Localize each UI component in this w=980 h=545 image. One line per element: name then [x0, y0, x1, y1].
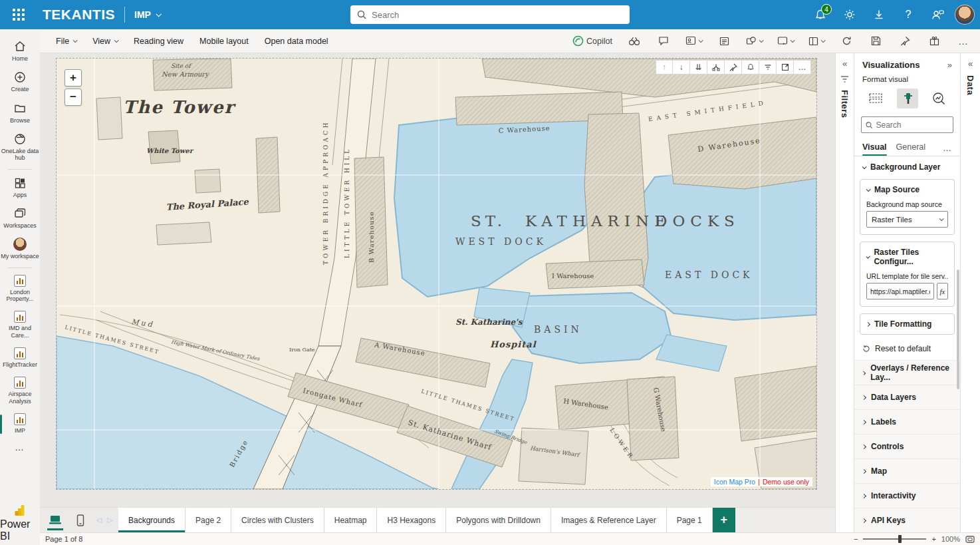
page-nav-back-button[interactable]: ◁	[96, 516, 102, 524]
more-options-button[interactable]: …	[953, 32, 973, 51]
text-box-button[interactable]	[714, 32, 734, 51]
focus-mode-button[interactable]	[777, 60, 794, 75]
comments-button[interactable]	[654, 32, 674, 51]
sidebar-more-button[interactable]: …	[15, 439, 25, 455]
section-controls[interactable]: Controls	[854, 434, 960, 458]
menu-open-data-model[interactable]: Open data model	[258, 33, 335, 50]
workspace-switcher[interactable]: IMP	[134, 9, 160, 20]
map-zoom-in-button[interactable]: +	[64, 69, 82, 87]
tab-visual[interactable]: Visual	[862, 140, 887, 156]
waffle-menu-button[interactable]	[4, 0, 33, 29]
pin-button[interactable]	[895, 32, 915, 51]
zoom-out-button[interactable]: −	[854, 535, 858, 543]
explore-button[interactable]	[624, 32, 644, 51]
build-visual-tab[interactable]	[865, 89, 886, 108]
expand-filters-button[interactable]: «	[842, 59, 847, 69]
card-map-source-header[interactable]: Map Source	[866, 185, 948, 194]
new-page-button[interactable]: +	[713, 508, 735, 532]
copilot-button[interactable]: Copilot	[570, 32, 615, 51]
sidebar-item-flighttracker[interactable]: FlightTracker	[0, 343, 40, 373]
page-tab-polygons-with-drilldown[interactable]: Polygons with Drilldown	[446, 508, 551, 532]
page-tab-h3-hexagons[interactable]: H3 Hexagons	[377, 508, 446, 532]
page-tab-images-reference-layer[interactable]: Images & Reference Layer	[551, 508, 667, 532]
refresh-button[interactable]	[836, 32, 856, 51]
page-tab-circles-with-clusters[interactable]: Circles with Clusters	[231, 508, 324, 532]
download-button[interactable]	[867, 3, 891, 27]
page-tab-page2[interactable]: Page 2	[185, 508, 231, 532]
alerts-button[interactable]	[742, 60, 759, 75]
user-avatar[interactable]	[955, 5, 975, 25]
sidebar-item-london-property[interactable]: London Property...	[0, 271, 40, 307]
map-zoom-out-button[interactable]: −	[64, 89, 82, 106]
background-map-source-dropdown[interactable]: Raster Tiles	[866, 211, 948, 228]
data-pane-collapsed[interactable]: « Data	[960, 53, 980, 532]
format-tabs-more-button[interactable]: …	[943, 143, 952, 153]
page-tab-backgrounds[interactable]: Backgrounds	[118, 508, 185, 532]
fx-conditional-format-button[interactable]: fx	[937, 283, 948, 299]
menu-mobile-layout[interactable]: Mobile layout	[193, 33, 255, 50]
sidebar-item-home[interactable]: Home	[0, 36, 40, 67]
fit-to-page-icon[interactable]	[965, 536, 975, 543]
shapes-dropdown[interactable]	[743, 32, 765, 51]
section-labels[interactable]: Labels	[854, 409, 960, 434]
sidebar-item-workspaces[interactable]: Workspaces	[0, 203, 40, 234]
card-raster-tiles-header[interactable]: Raster Tiles Configur...	[866, 248, 948, 266]
reset-to-default-button[interactable]: Reset to default	[854, 341, 960, 360]
drill-up-button[interactable]: ↑	[656, 60, 673, 75]
section-api-keys[interactable]: API Keys	[854, 508, 960, 532]
format-search-input[interactable]	[876, 120, 949, 130]
layout-dropdown[interactable]	[806, 32, 827, 51]
menu-file[interactable]: File	[49, 33, 83, 50]
visual-personalize-dropdown[interactable]	[683, 32, 705, 51]
format-visual-tab[interactable]	[897, 89, 918, 108]
drill-down-button[interactable]: ↓	[673, 60, 690, 75]
sidebar-item-create[interactable]: Create	[0, 67, 40, 97]
web-view-button[interactable]	[45, 510, 65, 530]
menu-reading-view[interactable]: Reading view	[127, 33, 190, 50]
sidebar-item-browse[interactable]: Browse	[0, 98, 40, 128]
section-background-layer[interactable]: Background Layer	[854, 156, 960, 176]
visual-more-options-button[interactable]: …	[794, 60, 811, 75]
menu-view[interactable]: View	[86, 33, 124, 50]
url-template-input[interactable]	[866, 283, 934, 299]
next-level-button[interactable]: ⇊	[690, 60, 707, 75]
collapse-visualizations-button[interactable]: »	[947, 60, 952, 70]
section-map[interactable]: Map	[854, 458, 960, 483]
settings-button[interactable]	[838, 3, 862, 27]
card-tile-formatting[interactable]: Tile Formatting	[860, 313, 955, 335]
zoom-in-button[interactable]: +	[931, 535, 935, 543]
analytics-tab[interactable]	[928, 89, 949, 108]
format-search[interactable]	[861, 116, 953, 133]
page-view-dropdown[interactable]	[775, 32, 796, 51]
page-tab-page1[interactable]: Page 1	[667, 508, 713, 532]
historic-map[interactable]: The Tower White Tower The Royal Palace S…	[57, 59, 816, 489]
sidebar-item-airspace-analysis[interactable]: Airspace Analysis	[0, 373, 40, 409]
tab-general[interactable]: General	[896, 140, 925, 156]
section-data-layers[interactable]: Data Layers	[854, 385, 960, 409]
feedback-button[interactable]	[925, 3, 949, 27]
expand-hierarchy-button[interactable]	[707, 60, 725, 75]
zoom-slider-thumb[interactable]	[898, 535, 902, 543]
global-search[interactable]	[350, 5, 630, 24]
visual-filters-button[interactable]	[759, 60, 777, 75]
sidebar-item-onelake[interactable]: OneLake data hub	[0, 128, 40, 166]
help-button[interactable]: ?	[896, 3, 920, 27]
sidebar-footer[interactable]: Power BI	[0, 504, 40, 542]
sidebar-item-apps[interactable]: Apps	[0, 172, 40, 203]
sidebar-item-imd-and-care[interactable]: IMD and Care...	[0, 307, 40, 343]
sidebar-item-my-workspace[interactable]: My workspace	[0, 234, 40, 264]
search-input[interactable]	[372, 10, 623, 20]
format-sections-scroll[interactable]: Background Layer Map Source Background m…	[854, 156, 960, 532]
section-interactivity[interactable]: Interactivity	[854, 483, 960, 508]
format-pane-scrollbar[interactable]	[957, 270, 959, 389]
attribution-link[interactable]: Icon Map Pro	[714, 478, 755, 486]
save-button[interactable]	[866, 32, 886, 51]
page-tab-heatmap[interactable]: Heatmap	[324, 508, 378, 532]
expand-data-button[interactable]: «	[968, 59, 973, 69]
pin-visual-button[interactable]	[725, 60, 742, 75]
sidebar-item-imp[interactable]: IMP	[0, 409, 40, 439]
zoom-slider[interactable]	[863, 538, 926, 540]
section-overlays-reference-layers[interactable]: Overlays / Reference Lay...	[854, 360, 960, 385]
filters-pane-collapsed[interactable]: « Filters	[835, 53, 854, 532]
mobile-view-button[interactable]	[70, 510, 90, 530]
